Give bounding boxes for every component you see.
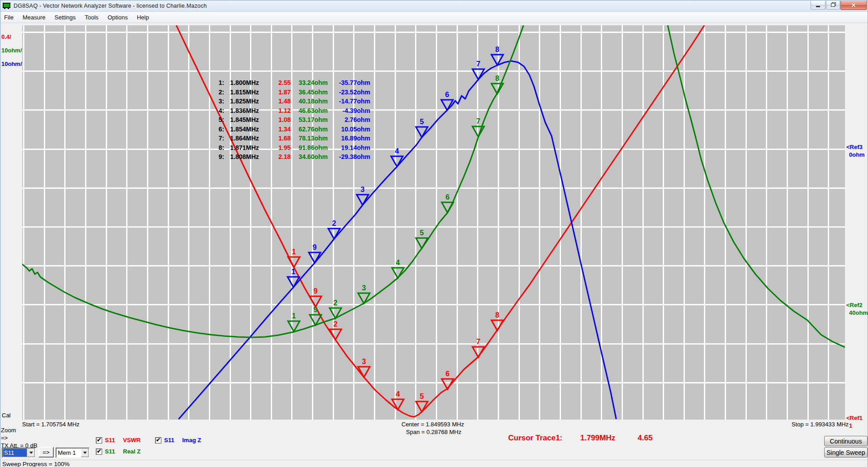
- marker-imag: -35.77ohm: [328, 79, 370, 86]
- marker-vswr-9-triangle[interactable]: [310, 296, 321, 307]
- marker-real: 78.13ohm: [291, 135, 328, 142]
- marker-real-2-triangle[interactable]: [330, 308, 341, 318]
- start-freq-label: Start = 1.705754 MHz: [22, 421, 80, 428]
- marker-imag: 16.89ohm: [328, 135, 370, 142]
- center-freq-label: Center = 1.849593 MHz: [401, 421, 464, 428]
- scale-imagz-per-div[interactable]: 10ohm/: [1, 61, 22, 67]
- ref1-value: 1: [846, 422, 868, 430]
- chevron-down-icon: [29, 452, 33, 454]
- minimize-button[interactable]: [811, 1, 826, 9]
- marker-imag: -14.77ohm: [328, 98, 370, 105]
- marker-real-4-label: 4: [396, 259, 400, 266]
- marker-table-row: 1:1.800MHz2.5533.24ohm-35.77ohm: [216, 78, 370, 88]
- marker-table-row: 5:1.845MHz1.0853.17ohm2.76ohm: [216, 115, 370, 125]
- marker-vswr-5-label: 5: [420, 392, 424, 400]
- marker-vswr-5-triangle[interactable]: [416, 402, 428, 412]
- marker-vswr: 1.95: [264, 144, 291, 151]
- marker-imag-6-triangle[interactable]: [441, 100, 453, 110]
- window-controls: ✕: [810, 1, 867, 10]
- continuous-button[interactable]: Continuous: [824, 436, 868, 446]
- memory-select-arrow[interactable]: [81, 448, 89, 457]
- plot-area[interactable]: 192345678192345678192345678 1:1.800MHz2.…: [22, 25, 845, 420]
- marker-real-3-triangle[interactable]: [358, 293, 370, 304]
- ref3-label[interactable]: <Ref3 0ohm: [846, 143, 868, 159]
- marker-vswr-3-label: 3: [362, 358, 366, 365]
- cursor-value: 4.65: [637, 434, 652, 442]
- ref1-label[interactable]: <Ref1 1: [846, 414, 868, 430]
- scale-realz-per-div[interactable]: 10ohm/: [1, 47, 22, 54]
- marker-vswr: 1.08: [264, 116, 291, 123]
- marker-num: 8:: [216, 144, 224, 151]
- checkbox-s11-realz[interactable]: ✔: [96, 448, 102, 455]
- menu-options[interactable]: Options: [103, 13, 132, 22]
- marker-table-row: 2:1.815MHz1.8736.45ohm-23.52ohm: [216, 88, 370, 97]
- marker-freq: 1.836MHz: [230, 107, 264, 114]
- menu-settings[interactable]: Settings: [50, 13, 80, 22]
- marker-freq: 1.845MHz: [230, 116, 264, 123]
- memory-select[interactable]: Mem 1: [56, 448, 90, 458]
- statusbar: Sweep Progress = 100%: [0, 460, 868, 467]
- marker-table-row: 8:1.871MHz1.9591.86ohm19.14ohm: [216, 143, 370, 153]
- checkbox-s11-imagz[interactable]: ✔: [155, 437, 161, 444]
- marker-imag: 19.14ohm: [328, 144, 370, 151]
- scale-vswr-per-div[interactable]: 0.4/: [1, 33, 11, 40]
- marker-imag-5-label: 5: [420, 118, 424, 126]
- check-icon: ✔: [97, 449, 101, 453]
- ref2-label[interactable]: <Ref2 40ohm: [846, 301, 868, 317]
- trace-real: [22, 25, 524, 337]
- channel-select-value: S11: [3, 448, 27, 457]
- menu-file[interactable]: File: [0, 13, 18, 22]
- channel-select[interactable]: S11: [2, 448, 36, 458]
- close-button[interactable]: ✕: [840, 1, 867, 10]
- titlebar[interactable]: DG8SAQ - Vector Network Analyzer Softwar…: [0, 0, 868, 12]
- marker-real-2-label: 2: [334, 299, 338, 307]
- restore-button[interactable]: [826, 1, 840, 9]
- marker-imag-1-label: 1: [292, 268, 296, 276]
- menu-help[interactable]: Help: [132, 13, 154, 22]
- marker-freq: 1.864MHz: [230, 135, 264, 142]
- marker-imag-2-label: 2: [332, 219, 336, 227]
- marker-num: 4:: [216, 107, 224, 114]
- marker-vswr-4-label: 4: [396, 390, 400, 398]
- ref3-value: 0ohm: [846, 151, 868, 159]
- marker-num: 9:: [216, 153, 224, 160]
- marker-imag: 10.05ohm: [328, 126, 370, 133]
- imagz-trace-label: Imag Z: [182, 437, 201, 444]
- marker-vswr: 1.12: [264, 107, 291, 114]
- to-memory-button[interactable]: =>: [38, 447, 54, 458]
- cursor-frequency: 1.799MHz: [580, 434, 615, 442]
- marker-num: 1:: [216, 79, 224, 86]
- trace-realz-row: ✔ S11 Real Z: [96, 448, 141, 455]
- restore-icon: [831, 3, 835, 7]
- marker-real: 91.86ohm: [291, 144, 328, 151]
- marker-imag: -29.38ohm: [328, 153, 370, 160]
- zoom-arrow[interactable]: =>: [1, 434, 8, 441]
- marker-freq: 1.825MHz: [230, 98, 264, 105]
- marker-num: 7:: [216, 135, 224, 142]
- checkbox-s11-vswr[interactable]: ✔: [96, 437, 102, 444]
- ref2-name: <Ref2: [846, 302, 863, 308]
- marker-real: 62.76ohm: [291, 126, 328, 133]
- marker-vswr: 2.55: [264, 79, 291, 86]
- cal-label[interactable]: Cal: [2, 412, 11, 419]
- marker-freq: 1.871MHz: [230, 144, 264, 151]
- marker-vswr-1-label: 1: [292, 248, 296, 256]
- app-window: DG8SAQ - Vector Network Analyzer Softwar…: [0, 0, 868, 467]
- marker-vswr: 1.48: [264, 98, 291, 105]
- menu-tools[interactable]: Tools: [80, 13, 103, 22]
- marker-vswr: 1.87: [264, 89, 291, 96]
- marker-num: 3:: [216, 98, 224, 105]
- marker-table-row: 4:1.836MHz1.1246.63ohm-4.39ohm: [216, 106, 370, 116]
- marker-real-9-label: 9: [314, 306, 318, 313]
- marker-table: 1:1.800MHz2.5533.24ohm-35.77ohm2:1.815MH…: [216, 78, 370, 162]
- marker-vswr-4-triangle[interactable]: [392, 399, 404, 410]
- zoom-label[interactable]: Zoom: [1, 427, 16, 434]
- channel-select-arrow[interactable]: [27, 448, 35, 457]
- single-sweep-button[interactable]: Single Sweep: [824, 447, 868, 458]
- check-icon: ✔: [97, 438, 101, 442]
- stop-freq-label: Stop = 1.993433 MHz: [792, 421, 849, 428]
- marker-vswr-6-label: 6: [446, 370, 450, 378]
- menu-measure[interactable]: Measure: [18, 13, 50, 22]
- window-title: DG8SAQ - Vector Network Analyzer Softwar…: [14, 3, 207, 9]
- marker-real: 33.24ohm: [291, 79, 328, 86]
